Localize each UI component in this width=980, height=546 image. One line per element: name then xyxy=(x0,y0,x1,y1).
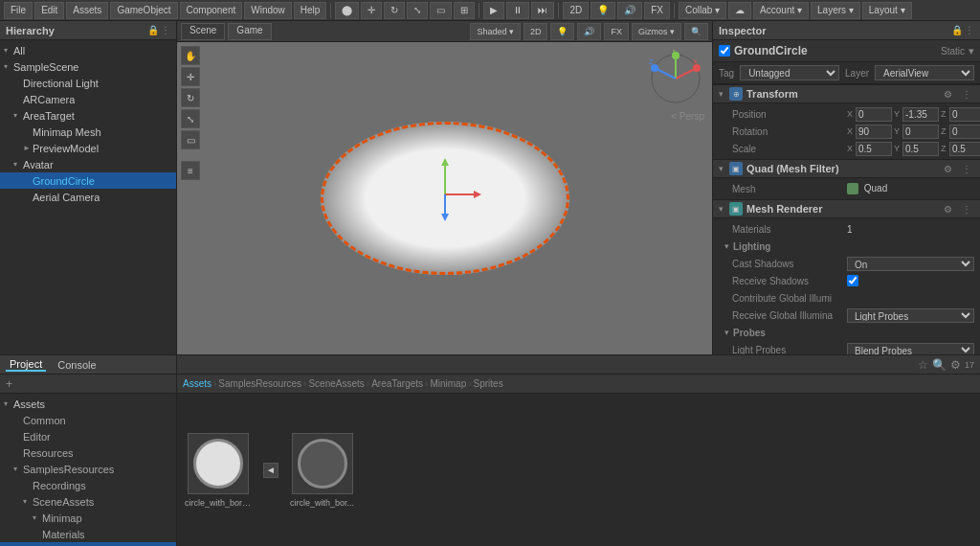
scale-tool[interactable]: ⤡ xyxy=(407,2,428,19)
transform-menu-icon[interactable]: ⋮ xyxy=(959,89,974,100)
move-scene-tool[interactable]: ✛ xyxy=(181,67,200,86)
cloud-button[interactable]: ☁ xyxy=(728,2,751,19)
2d-button[interactable]: 2D xyxy=(563,2,589,19)
inspector-lock-icon[interactable]: 🔒 xyxy=(951,25,963,35)
add-folder-icon[interactable]: + xyxy=(6,377,12,391)
scene-fx-btn[interactable]: FX xyxy=(604,23,629,40)
asset-circle-with-border-2[interactable]: circle_with_bor... xyxy=(290,433,354,508)
asset-nav-left[interactable]: ◄ xyxy=(263,463,278,478)
2d-toggle[interactable]: 2D xyxy=(523,23,548,40)
breadcrumb-sprites[interactable]: Sprites xyxy=(474,378,503,389)
inspector-menu-icon[interactable]: ⋮ xyxy=(965,25,974,35)
breadcrumb-areatargets[interactable]: AreaTargets xyxy=(371,378,423,389)
hand-tool[interactable]: ✋ xyxy=(181,46,200,65)
rotation-x-input[interactable] xyxy=(856,125,892,139)
tree-common[interactable]: Common xyxy=(0,412,176,428)
transform-settings-icon[interactable]: ⚙ xyxy=(941,89,955,100)
project-tab[interactable]: Project xyxy=(6,358,46,372)
shading-dropdown[interactable]: Shaded ▾ xyxy=(470,23,521,40)
breadcrumb-samplesresources[interactable]: SamplesResources xyxy=(218,378,301,389)
tree-resources[interactable]: Resources xyxy=(0,444,176,461)
tree-editor[interactable]: Editor xyxy=(0,428,176,444)
rect-tool[interactable]: ▭ xyxy=(430,2,452,19)
position-z-input[interactable] xyxy=(949,107,980,122)
tree-minimap[interactable]: ▾Minimap xyxy=(0,510,176,526)
rotate-tool[interactable]: ↻ xyxy=(384,2,405,19)
position-y-input[interactable] xyxy=(902,107,939,122)
quad-meshfilter-header[interactable]: ▾ ▣ Quad (Mesh Filter) ⚙ ⋮ xyxy=(713,159,980,178)
asset-circle-with-border[interactable]: circle_with_border xyxy=(185,433,252,508)
static-dropdown[interactable]: ▾ xyxy=(969,45,974,57)
scale-y-input[interactable] xyxy=(902,142,939,156)
transform-component-header[interactable]: ▾ ⊕ Transform ⚙ ⋮ xyxy=(713,84,980,103)
layer-dropdown[interactable]: AerialView xyxy=(875,65,974,80)
help-menu[interactable]: Help xyxy=(294,2,327,19)
hierarchy-item-arcamera[interactable]: ARCamera xyxy=(0,91,176,107)
component-menu[interactable]: Component xyxy=(180,2,243,19)
fx-button[interactable]: FX xyxy=(644,2,670,19)
hierarchy-lock-icon[interactable]: 🔒 xyxy=(147,25,159,35)
tree-minimap-sprites[interactable]: Sprites xyxy=(0,542,176,546)
rect-scene-tool[interactable]: ▭ xyxy=(181,130,200,149)
file-menu[interactable]: File xyxy=(4,2,33,19)
assets-search-icon[interactable]: 🔍 xyxy=(932,358,947,372)
transform-all-tool[interactable]: ⊞ xyxy=(454,2,475,19)
receive-shadows-checkbox[interactable] xyxy=(847,275,858,286)
tag-dropdown[interactable]: Untagged xyxy=(740,65,839,80)
cast-shadows-dropdown[interactable]: On xyxy=(847,257,974,271)
tree-sceneassets[interactable]: ▾SceneAssets xyxy=(0,493,176,510)
game-tab[interactable]: Game xyxy=(228,23,271,40)
console-tab[interactable]: Console xyxy=(54,359,100,371)
scale-z-input[interactable] xyxy=(949,142,980,156)
mesh-renderer-menu-icon[interactable]: ⋮ xyxy=(959,204,974,215)
probes-section-header[interactable]: ▾ Probes xyxy=(713,324,980,341)
breadcrumb-assets[interactable]: Assets xyxy=(183,378,212,389)
scene-light-btn[interactable]: 💡 xyxy=(550,23,574,40)
tree-assets[interactable]: ▾Assets xyxy=(0,396,176,412)
scene-audio-btn[interactable]: 🔊 xyxy=(577,23,601,40)
hierarchy-item-previewmodel[interactable]: ► PreviewModel xyxy=(0,140,176,156)
light-button[interactable]: 💡 xyxy=(590,2,615,19)
hierarchy-item-directionallight[interactable]: Directional Light xyxy=(0,75,176,91)
step-button[interactable]: ⏭ xyxy=(531,2,554,19)
window-menu[interactable]: Window xyxy=(244,2,292,19)
play-button[interactable]: ▶ xyxy=(483,2,504,19)
hierarchy-item-aerialcamera[interactable]: Aerial Camera xyxy=(0,189,176,205)
rotation-z-input[interactable] xyxy=(949,125,980,139)
quad-menu-icon[interactable]: ⋮ xyxy=(959,164,974,174)
breadcrumb-sceneassets[interactable]: SceneAssets xyxy=(308,378,364,389)
edit-menu[interactable]: Edit xyxy=(34,2,64,19)
tree-recordings[interactable]: Recordings xyxy=(0,477,176,493)
object-active-checkbox[interactable] xyxy=(719,45,730,57)
mesh-renderer-header[interactable]: ▾ ▣ Mesh Renderer ⚙ ⋮ xyxy=(713,199,980,218)
transform-tool[interactable]: ⬤ xyxy=(335,2,359,19)
collab-button[interactable]: Collab ▾ xyxy=(679,2,726,19)
pause-button[interactable]: ⏸ xyxy=(506,2,529,19)
hierarchy-menu-icon[interactable]: ⋮ xyxy=(161,25,170,35)
breadcrumb-minimap[interactable]: Minimap xyxy=(430,378,466,389)
hierarchy-item-minimapmesh[interactable]: Minimap Mesh xyxy=(0,124,176,140)
tree-samplesresources[interactable]: ▾SamplesResources xyxy=(0,461,176,477)
hierarchy-item-avatar[interactable]: ▾ Avatar xyxy=(0,156,176,172)
lighting-section-header[interactable]: ▾ Lighting xyxy=(713,238,980,255)
hierarchy-item-areatarget[interactable]: ▾ AreaTarget xyxy=(0,107,176,124)
light-probes-dropdown[interactable]: Blend Probes xyxy=(847,343,974,355)
hierarchy-all-dropdown[interactable]: ▾ All xyxy=(0,42,176,58)
scene-search[interactable]: 🔍 xyxy=(684,23,708,40)
tree-minimap-materials[interactable]: Materials xyxy=(0,526,176,542)
assets-settings-icon[interactable]: ⚙ xyxy=(950,358,961,372)
scale-scene-tool[interactable]: ⤡ xyxy=(181,109,200,128)
layers-button[interactable]: Layers ▾ xyxy=(811,2,860,19)
assets-favorites-icon[interactable]: ☆ xyxy=(918,358,928,372)
receive-gi-dropdown[interactable]: Light Probes xyxy=(847,308,974,323)
audio-button[interactable]: 🔊 xyxy=(617,2,642,19)
hierarchy-item-samplescene[interactable]: ▾ SampleScene xyxy=(0,58,176,75)
view-options-btn[interactable]: ≡ xyxy=(181,161,200,180)
account-button[interactable]: Account ▾ xyxy=(753,2,809,19)
move-tool[interactable]: ✛ xyxy=(361,2,382,19)
layout-button[interactable]: Layout ▾ xyxy=(862,2,912,19)
rotate-scene-tool[interactable]: ↻ xyxy=(181,88,200,107)
rotation-y-input[interactable] xyxy=(902,125,939,139)
scale-x-input[interactable] xyxy=(856,142,892,156)
hierarchy-item-groundcircle[interactable]: GroundCircle xyxy=(0,172,176,189)
